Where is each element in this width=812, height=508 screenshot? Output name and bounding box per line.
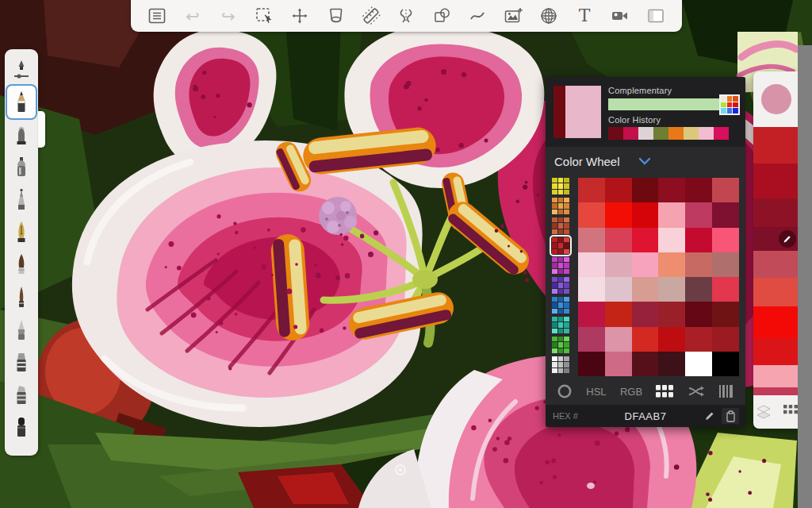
color-swatch[interactable] bbox=[632, 178, 659, 202]
color-swatch[interactable] bbox=[605, 178, 632, 202]
color-swatch[interactable] bbox=[685, 178, 712, 202]
undo-icon[interactable]: ↩ bbox=[181, 4, 205, 28]
brush-ballpoint-pen[interactable] bbox=[7, 183, 36, 216]
color-swatch[interactable] bbox=[712, 252, 739, 277]
color-swatch[interactable] bbox=[605, 202, 632, 227]
shapes-icon[interactable] bbox=[430, 4, 454, 28]
mini-palette-yellows[interactable] bbox=[552, 178, 569, 194]
selection-icon[interactable] bbox=[252, 4, 276, 28]
color-swatch[interactable] bbox=[658, 252, 685, 277]
gradient-bars-icon[interactable] bbox=[718, 384, 734, 398]
color-swatch[interactable] bbox=[632, 302, 659, 326]
history-swatch[interactable] bbox=[623, 127, 638, 140]
color-swatch[interactable] bbox=[685, 252, 712, 277]
color-wheel-mode-icon[interactable] bbox=[557, 383, 573, 399]
mini-palette-blues[interactable] bbox=[552, 297, 569, 314]
current-color-swatch[interactable] bbox=[553, 86, 601, 138]
color-swatch[interactable] bbox=[632, 277, 659, 302]
history-swatch[interactable] bbox=[668, 127, 684, 140]
menu-icon[interactable] bbox=[145, 4, 169, 28]
color-swatch[interactable] bbox=[712, 327, 739, 352]
transform-icon[interactable] bbox=[288, 4, 312, 28]
brush-pencil[interactable] bbox=[7, 86, 36, 118]
randomize-icon[interactable] bbox=[688, 384, 705, 398]
history-swatch[interactable] bbox=[638, 127, 653, 140]
color-swatch[interactable] bbox=[712, 352, 739, 376]
history-swatch[interactable] bbox=[699, 127, 714, 140]
color-swatch[interactable] bbox=[632, 202, 659, 227]
hex-copy-icon[interactable] bbox=[722, 408, 739, 424]
swatch-grid-icon[interactable] bbox=[783, 405, 798, 419]
symmetry-icon[interactable] bbox=[394, 4, 418, 28]
color-swatch[interactable] bbox=[685, 202, 712, 227]
color-swatch[interactable] bbox=[712, 302, 739, 326]
color-swatch[interactable] bbox=[632, 327, 659, 352]
color-swatch[interactable] bbox=[658, 327, 685, 352]
color-swatch[interactable] bbox=[685, 277, 712, 302]
redo-icon[interactable]: ↪ bbox=[216, 4, 240, 28]
color-swatch[interactable] bbox=[658, 352, 685, 376]
hex-edit-pencil-icon[interactable] bbox=[704, 410, 715, 425]
frame-icon[interactable] bbox=[644, 4, 668, 28]
color-swatch[interactable] bbox=[605, 302, 632, 326]
strip-swatch[interactable] bbox=[753, 338, 799, 365]
strip-swatch[interactable] bbox=[753, 251, 799, 278]
mini-palette-purples[interactable] bbox=[552, 277, 569, 294]
brush-eraser[interactable] bbox=[7, 118, 36, 151]
color-swatch[interactable] bbox=[712, 178, 739, 202]
color-puck[interactable] bbox=[761, 84, 791, 114]
strip-swatch[interactable] bbox=[753, 306, 799, 338]
brush-brush-settings[interactable] bbox=[7, 53, 36, 86]
brush-round-brush[interactable] bbox=[7, 248, 36, 281]
color-swatch[interactable] bbox=[605, 228, 632, 252]
strip-swatch[interactable] bbox=[753, 198, 799, 227]
brush-felt-tip[interactable] bbox=[7, 314, 36, 346]
history-swatch[interactable] bbox=[684, 127, 699, 140]
complementary-swatch[interactable] bbox=[608, 98, 729, 110]
color-swatch[interactable] bbox=[658, 202, 685, 227]
color-swatch[interactable] bbox=[605, 252, 632, 277]
mini-palette-rusts[interactable] bbox=[552, 217, 569, 234]
brush-airbrush[interactable] bbox=[7, 151, 36, 183]
color-swatch[interactable] bbox=[605, 352, 632, 376]
swatches-mode-icon[interactable] bbox=[656, 385, 673, 398]
color-swatch[interactable] bbox=[578, 327, 605, 352]
strip-swatch[interactable] bbox=[753, 127, 799, 164]
history-swatch[interactable] bbox=[714, 127, 729, 140]
color-swatch[interactable] bbox=[632, 252, 659, 277]
strip-swatch[interactable] bbox=[753, 278, 799, 306]
color-swatch[interactable] bbox=[578, 228, 605, 252]
right-rail[interactable] bbox=[798, 45, 812, 508]
color-wheel-section-header[interactable]: Color Wheel bbox=[546, 147, 745, 175]
mini-palette-reds[interactable] bbox=[552, 237, 569, 254]
color-swatch[interactable] bbox=[658, 228, 685, 252]
palette-grid-icon[interactable] bbox=[719, 94, 740, 115]
color-swatch[interactable] bbox=[632, 352, 659, 376]
color-swatch[interactable] bbox=[658, 178, 685, 202]
hex-value[interactable]: DFAAB7 bbox=[546, 410, 745, 422]
color-swatch[interactable] bbox=[578, 178, 605, 202]
brush-toolbar-handle[interactable] bbox=[38, 111, 45, 148]
edit-pencil-icon[interactable] bbox=[779, 230, 796, 248]
fill-icon[interactable] bbox=[324, 4, 347, 28]
brush-ink-marker[interactable] bbox=[7, 411, 36, 444]
color-swatch[interactable] bbox=[578, 352, 605, 376]
color-swatch[interactable] bbox=[685, 327, 712, 352]
stroke-icon[interactable] bbox=[465, 4, 489, 28]
brush-marker[interactable] bbox=[7, 346, 36, 379]
strip-swatch[interactable] bbox=[753, 387, 799, 395]
hex-input-bar[interactable]: HEX # DFAAB7 bbox=[546, 405, 745, 427]
color-swatch[interactable] bbox=[578, 202, 605, 227]
hsl-mode-button[interactable]: HSL bbox=[586, 386, 606, 398]
color-swatch[interactable] bbox=[632, 228, 659, 252]
ruler-icon[interactable] bbox=[359, 4, 383, 28]
mini-palette-grays[interactable] bbox=[552, 356, 569, 373]
color-swatch[interactable] bbox=[685, 228, 712, 252]
color-swatch[interactable] bbox=[658, 302, 685, 326]
camera-icon[interactable] bbox=[608, 4, 632, 28]
mini-palette-oranges[interactable] bbox=[552, 198, 569, 214]
color-swatch[interactable] bbox=[605, 327, 632, 352]
brush-chisel-marker[interactable] bbox=[7, 379, 36, 411]
color-swatch[interactable] bbox=[578, 277, 605, 302]
color-swatch[interactable] bbox=[712, 228, 739, 252]
